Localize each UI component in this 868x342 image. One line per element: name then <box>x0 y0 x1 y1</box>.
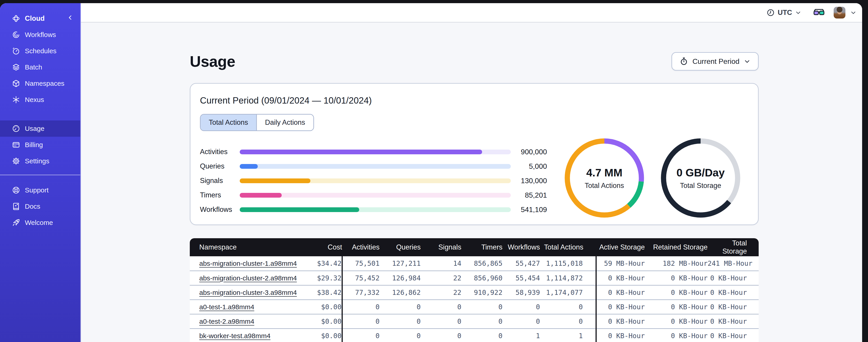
bar-label: Activities <box>200 148 240 156</box>
table-row: abs-migration-cluster-3.a98mm4$38.4277,3… <box>190 285 758 300</box>
bar-label: Workflows <box>200 206 240 214</box>
bar-track <box>240 193 511 198</box>
table-row: a0-test-2.a98mm4$0.000000000 KB-Hour0 KB… <box>190 314 758 329</box>
current-period-card: Current Period (09/01/2024 — 10/01/2024)… <box>190 83 758 225</box>
value-cell: 0 <box>540 300 596 314</box>
feedback-glasses-icon[interactable] <box>813 8 825 17</box>
donut-charts: 4.7 MM Total Actions 0 GB/Day Total Stor… <box>565 138 740 218</box>
timezone-label: UTC <box>778 8 792 17</box>
value-cell: 1 <box>502 329 540 342</box>
screen: Cloud Workflows Schedules <box>0 0 868 342</box>
value-cell: 0 KB-Hour <box>596 329 645 342</box>
value-cell: 0 <box>379 314 421 329</box>
namespace-link[interactable]: bk-worker-test.a98mm4 <box>199 332 271 340</box>
sidebar-item-settings[interactable]: Settings <box>0 153 80 169</box>
sidebar-item-billing[interactable]: Billing <box>0 137 80 153</box>
table-row: bk-worker-test.a98mm4$0.000000110 KB-Hou… <box>190 329 758 342</box>
value-cell: 0 <box>342 300 379 314</box>
table-row: abs-migration-cluster-2.a98mm4$29.3275,4… <box>190 271 758 285</box>
user-avatar[interactable] <box>834 7 845 19</box>
value-cell: 126,862 <box>379 285 421 300</box>
sidebar-item-support[interactable]: Support <box>0 182 80 198</box>
clock-icon <box>766 8 775 17</box>
namespace-cell: a0-test-1.a98mm4 <box>190 300 314 314</box>
bar-fill <box>240 149 482 154</box>
sidebar-item-namespaces[interactable]: Namespaces <box>0 75 80 92</box>
schedules-icon <box>12 47 20 55</box>
sidebar-item-schedules[interactable]: Schedules <box>0 43 80 59</box>
page-content: Usage Current Period Current Period (09/… <box>190 23 758 342</box>
namespace-link[interactable]: abs-migration-cluster-3.a98mm4 <box>199 289 297 296</box>
namespace-cell: bk-worker-test.a98mm4 <box>190 329 314 342</box>
value-cell: 0 <box>502 300 540 314</box>
sidebar: Cloud Workflows Schedules <box>0 3 81 342</box>
sidebar-collapse-button[interactable] <box>67 14 74 23</box>
bar-row: Timers85,201 <box>200 188 547 202</box>
sidebar-item-docs[interactable]: Docs <box>0 198 80 214</box>
sidebar-item-workflows[interactable]: Workflows <box>0 27 80 43</box>
value-cell: 0 KB-Hour <box>645 314 708 329</box>
namespace-link[interactable]: abs-migration-cluster-2.a98mm4 <box>199 274 297 282</box>
value-cell: $0.00 <box>314 329 342 342</box>
bar-value: 900,000 <box>511 148 547 156</box>
value-cell: 0 <box>461 314 502 329</box>
period-select-button[interactable]: Current Period <box>672 52 758 71</box>
chevron-down-icon <box>744 58 751 65</box>
sidebar-item-batch[interactable]: Batch <box>0 59 80 75</box>
value-cell: 0 <box>502 314 540 329</box>
value-cell: 0 KB-Hour <box>645 329 708 342</box>
value-cell: $0.00 <box>314 300 342 314</box>
value-cell: 22 <box>421 271 461 285</box>
value-cell: 14 <box>421 256 461 271</box>
bar-label: Queries <box>200 162 240 170</box>
table-row: abs-migration-cluster-1.a98mm4$34.4275,5… <box>190 256 758 271</box>
value-cell: 75,452 <box>342 271 379 285</box>
sidebar-item-usage[interactable]: Usage <box>0 121 80 137</box>
billing-card-icon <box>12 141 20 149</box>
bar-value: 85,201 <box>511 191 547 199</box>
bar-track <box>240 178 511 183</box>
tab-total-actions[interactable]: Total Actions <box>200 114 256 130</box>
col-timers: Timers <box>461 238 502 256</box>
namespace-cell: a0-test-2.a98mm4 <box>190 314 314 329</box>
sidebar-item-welcome[interactable]: Welcome <box>0 214 80 231</box>
sidebar-section-gap <box>0 175 80 182</box>
value-cell: $29.32 <box>314 271 342 285</box>
col-workflows: Workflows <box>502 238 540 256</box>
timezone-selector[interactable]: UTC <box>766 8 802 17</box>
sidebar-item-nexus[interactable]: Nexus <box>0 92 80 108</box>
value-cell: 0 KB-Hour <box>596 314 645 329</box>
usage-charts-row: Activities900,000Queries5,000Signals130,… <box>200 145 748 218</box>
namespace-usage-table: Namespace Cost Activities Queries Signal… <box>190 238 758 342</box>
docs-book-icon <box>12 202 20 211</box>
value-cell: 58,939 <box>502 285 540 300</box>
app-window: Cloud Workflows Schedules <box>0 3 862 342</box>
namespace-link[interactable]: abs-migration-cluster-1.a98mm4 <box>199 260 297 267</box>
tab-daily-actions[interactable]: Daily Actions <box>256 114 313 130</box>
value-cell: 0 KB-Hour <box>708 314 758 329</box>
bar-track <box>240 207 511 212</box>
namespaces-cube-icon <box>12 79 20 88</box>
bar-fill <box>240 207 359 212</box>
value-cell: 77,332 <box>342 285 379 300</box>
actions-view-toggle: Total Actions Daily Actions <box>200 114 314 131</box>
value-cell: 0 <box>379 329 421 342</box>
value-cell: 127,211 <box>379 256 421 271</box>
bar-label: Signals <box>200 177 240 185</box>
account-menu-chevron-icon[interactable] <box>850 9 857 16</box>
bar-value: 5,000 <box>511 162 547 171</box>
value-cell: 126,984 <box>379 271 421 285</box>
value-cell: 0 <box>342 314 379 329</box>
namespace-link[interactable]: a0-test-2.a98mm4 <box>199 318 254 325</box>
settings-gear-icon <box>12 157 20 165</box>
workflows-icon <box>12 30 20 39</box>
col-queries: Queries <box>379 238 421 256</box>
value-cell: 0 <box>461 300 502 314</box>
value-cell: 1,174,077 <box>540 285 596 300</box>
main-area: UTC Usage <box>81 3 862 342</box>
value-cell: 1 <box>540 329 596 342</box>
value-cell: 75,501 <box>342 256 379 271</box>
namespace-link[interactable]: a0-test-1.a98mm4 <box>199 303 254 311</box>
bar-fill <box>240 193 282 198</box>
value-cell: 182 MB-Hour <box>645 256 708 271</box>
